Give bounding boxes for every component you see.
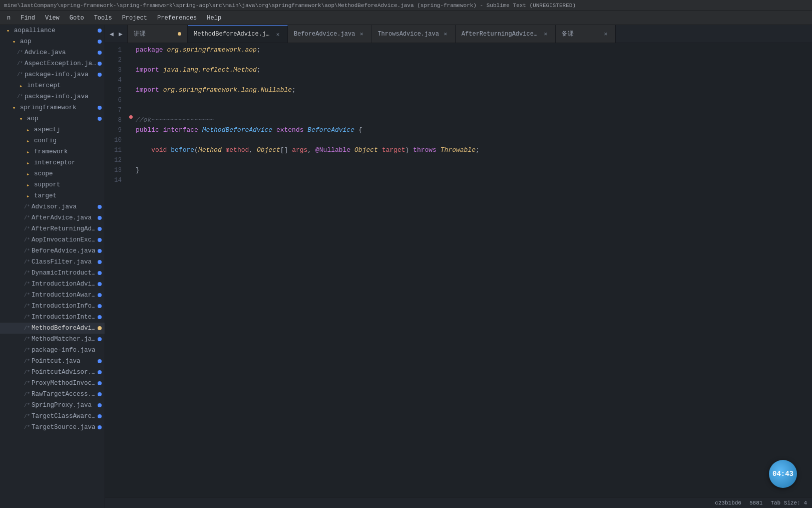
sidebar-item-aop1[interactable]: ▾ aop [0, 36, 105, 47]
sidebar-item-beforeadvice[interactable]: /* BeforeAdvice.java [0, 245, 105, 257]
sidebar-item-classfilter[interactable]: /* ClassFilter.java [0, 257, 105, 268]
line-number: 8 [105, 115, 128, 125]
file-prefix: /* [24, 293, 30, 298]
tab-close-button[interactable]: ✕ [442, 31, 449, 38]
line-content: import org.springframework.lang.Nullable… [134, 85, 812, 95]
sidebar-item-methodmatcher[interactable]: /* MethodMatcher.java [0, 334, 105, 345]
sidebar-item-config[interactable]: ▸ config [0, 135, 105, 146]
sidebar-item-aop2[interactable]: ▾ aop [0, 113, 105, 124]
tab-jiangke[interactable]: 讲课 [128, 25, 188, 43]
sidebar-dot [98, 359, 102, 363]
sidebar-item-targetsource[interactable]: /* TargetSource.java [0, 422, 105, 433]
sidebar-item-label: Pointcut.java [32, 358, 97, 365]
timer-badge[interactable]: 04:43 [769, 460, 797, 488]
sidebar-item-support[interactable]: ▸ support [0, 179, 105, 190]
sidebar-dot [98, 337, 102, 341]
tab-methodbeforeadvice[interactable]: MethodBeforeAdvice.java ✕ [188, 25, 288, 43]
sidebar-item-afteradvice[interactable]: /* AfterAdvice.java [0, 212, 105, 223]
sidebar-item-label: aspectj [34, 126, 102, 133]
sidebar-dot [98, 304, 102, 308]
sidebar-item-label: config [34, 137, 102, 144]
nav-next-arrow[interactable]: ▶ [116, 27, 125, 41]
sidebar-item-introinfo[interactable]: /* IntroductionInfo.java [0, 301, 105, 312]
sidebar-item-introawaremetho[interactable]: /* IntroductionAwareMetho [0, 290, 105, 301]
tab-close-button[interactable]: ✕ [542, 31, 549, 38]
sidebar-item-label: IntroductionInfo.java [32, 303, 97, 310]
sidebar-item-rawtargetaccess[interactable]: /* RawTargetAccess.java [0, 389, 105, 400]
tab-bar: ◀ ▶ 讲课 MethodBeforeAdvice.java ✕ BeforeA… [105, 25, 812, 43]
sidebar-dot [98, 216, 102, 220]
status-tabsize: Tab Size: 4 [770, 500, 807, 506]
status-right: c23b1bd6 5881 Tab Size: 4 [715, 500, 807, 506]
folder-icon: ▸ [24, 137, 32, 145]
menu-item-find[interactable]: Find [16, 13, 40, 24]
sidebar-item-pointcutadvisor[interactable]: /* PointcutAdvisor.java [0, 367, 105, 378]
sidebar-item-aopinvocation[interactable]: /* AopInvocationException. [0, 234, 105, 245]
sidebar-item-aopalliance[interactable]: ▾ aopalliance [0, 25, 105, 36]
sidebar-item-afterreturning[interactable]: /* AfterReturningAdvice.jav [0, 223, 105, 234]
tab-modified-dot [178, 32, 181, 36]
sidebar-item-scope[interactable]: ▸ scope [0, 168, 105, 179]
menu-item-tools[interactable]: Tools [89, 13, 117, 24]
sidebar-item-methodbefore[interactable]: /* MethodBeforeAdvice.java [0, 323, 105, 334]
file-prefix: /* [24, 282, 30, 287]
line-content: public interface MethodBeforeAdvice exte… [134, 125, 812, 135]
line-number: 14 [105, 175, 128, 185]
sidebar-item-pointcut[interactable]: /* Pointcut.java [0, 356, 105, 367]
sidebar-item-springproxy[interactable]: /* SpringProxy.java [0, 400, 105, 411]
sidebar-dot [98, 205, 102, 209]
tab-close-button[interactable]: ✕ [358, 31, 365, 38]
line-content: import java.lang.reflect.Method; [134, 65, 812, 75]
tab-close-button[interactable]: ✕ [602, 31, 609, 38]
nav-prev-arrow[interactable]: ◀ [107, 27, 116, 41]
tab-beforeadvice[interactable]: BeforeAdvice.java ✕ [288, 25, 371, 43]
line-content: } [134, 165, 812, 175]
menu-item-goto[interactable]: Goto [65, 13, 89, 24]
sidebar-item-introadvisor[interactable]: /* IntroductionAdvisor.java [0, 279, 105, 290]
sidebar-item-proxymethodinvocation[interactable]: /* ProxyMethodInvocation.j [0, 378, 105, 389]
sidebar-item-framework[interactable]: ▸ framework [0, 146, 105, 157]
sidebar-dot [98, 51, 102, 55]
menu-item-project[interactable]: Project [117, 13, 152, 24]
sidebar-item-target[interactable]: ▸ target [0, 190, 105, 201]
tab-afterreturningadvice[interactable]: AfterReturningAdvice.java ✕ [456, 25, 556, 43]
sidebar-item-label: aop [27, 115, 97, 122]
menu-item-help[interactable]: Help [202, 13, 226, 24]
sidebar-item-label: BeforeAdvice.java [32, 247, 97, 255]
menu-item-n[interactable]: n [2, 13, 16, 24]
sidebar-item-label: TargetSource.java [32, 424, 97, 431]
tab-close-button[interactable]: ✕ [274, 31, 281, 38]
menu-item-preferences[interactable]: Preferences [152, 13, 202, 24]
tab-label: MethodBeforeAdvice.java [194, 31, 271, 38]
sidebar-item-pkginfo3[interactable]: /* package-info.java [0, 345, 105, 356]
sidebar-item-pkginfo1[interactable]: /* package-info.java [0, 69, 105, 80]
file-prefix: /* [17, 50, 23, 56]
sidebar-item-aspectexception[interactable]: /* AspectException.java [0, 58, 105, 69]
line-number: 5 [105, 85, 128, 95]
tab-beike[interactable]: 备课 ✕ [556, 25, 616, 43]
tab-throwsadvice[interactable]: ThrowsAdvice.java ✕ [371, 25, 455, 43]
line-content: void before(Method method, Object[] args… [134, 145, 812, 155]
sidebar-item-label: package-info.java [32, 347, 102, 354]
menu-item-view[interactable]: View [40, 13, 65, 24]
sidebar-item-targetclassaware[interactable]: /* TargetClassAware.java [0, 411, 105, 422]
sidebar-item-intercept[interactable]: ▸ intercept [0, 80, 105, 91]
sidebar-item-label: interceptor [34, 159, 102, 166]
editor[interactable]: 1 package org.springframework.aop; 2 3 i… [105, 43, 812, 497]
code-line-3: 3 import java.lang.reflect.Method; [105, 65, 812, 75]
sidebar-dot [98, 392, 102, 396]
sidebar-dot [98, 271, 102, 275]
sidebar-item-advisor[interactable]: /* Advisor.java [0, 201, 105, 212]
sidebar-item-label: IntroductionAdvisor.java [32, 281, 97, 288]
sidebar-item-introinterceptor[interactable]: /* IntroductionInterceptor.j [0, 312, 105, 323]
line-number: 11 [105, 145, 128, 155]
sidebar-item-label: RawTargetAccess.java [32, 391, 97, 398]
sidebar-item-pkginfo2[interactable]: /* package-info.java [0, 91, 105, 102]
sidebar-item-advice[interactable]: /* Advice.java [0, 47, 105, 58]
sidebar-item-aspectj[interactable]: ▸ aspectj [0, 124, 105, 135]
line-content [134, 55, 812, 65]
sidebar-item-springframework[interactable]: ▾ springframework [0, 102, 105, 113]
sidebar-item-dynamicintro[interactable]: /* DynamicIntroductionAdv [0, 268, 105, 279]
sidebar-item-label: SpringProxy.java [32, 402, 97, 409]
sidebar-item-interceptor[interactable]: ▸ interceptor [0, 157, 105, 168]
